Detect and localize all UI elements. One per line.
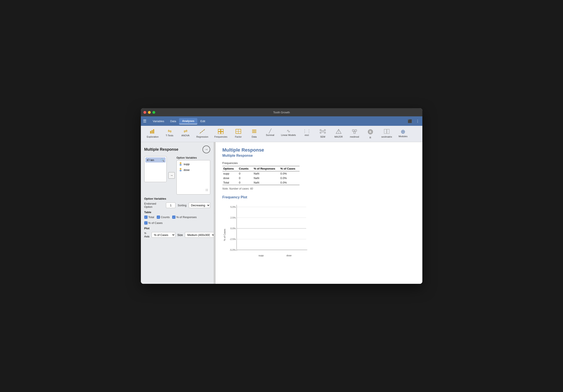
endorsed-option-row: Endorsed Option Sorting Decreasing Incre… bbox=[144, 202, 210, 208]
toolbar-esci[interactable]: ⋮⋮ esci bbox=[299, 127, 314, 140]
menu-data[interactable]: Data bbox=[167, 118, 179, 124]
menu-bar: ☰ Variables Data Analyses Edit ⬛ ⋮ bbox=[141, 116, 422, 126]
sem-label: SEM bbox=[320, 136, 325, 138]
cell-total-pct-responses: NaN bbox=[253, 180, 279, 185]
toolbar-medmod[interactable]: medmod bbox=[347, 127, 362, 140]
linearmodels-icon: ∿ bbox=[287, 129, 290, 133]
svg-rect-30 bbox=[384, 129, 386, 134]
svg-point-32 bbox=[180, 162, 181, 164]
factor-icon bbox=[235, 129, 241, 135]
frequencies-icon bbox=[218, 129, 224, 135]
toolbar-major[interactable]: MAJOR bbox=[331, 127, 346, 140]
svg-point-19 bbox=[324, 129, 326, 131]
chart-svg: % of Cases 5.0% 2.5% 0.0% -2 bbox=[222, 203, 317, 263]
tag-icon: 🏷 bbox=[147, 158, 150, 162]
cell-dose-counts: 0 bbox=[238, 176, 253, 180]
toolbar-exploration[interactable]: Exploration bbox=[144, 127, 161, 140]
modules-label: Modules bbox=[398, 135, 408, 138]
var-name-label: len bbox=[151, 158, 154, 162]
presentation-icon[interactable]: ⬛ bbox=[407, 118, 413, 124]
toolbar-sem[interactable]: SEM bbox=[315, 127, 330, 140]
svg-point-36 bbox=[206, 189, 206, 190]
data-label: Data bbox=[252, 136, 256, 138]
svg-rect-9 bbox=[218, 132, 220, 134]
checkbox-total[interactable]: ✓ Total bbox=[144, 215, 154, 219]
endorsed-option-input[interactable] bbox=[166, 202, 175, 208]
svg-point-6 bbox=[204, 130, 205, 130]
checkbox-counts[interactable]: ✓ Counts bbox=[157, 215, 170, 219]
yaxis-select[interactable]: % of Cases % of Responses Counts bbox=[152, 232, 175, 238]
checkbox-pct-responses[interactable]: ✓ % of Responses bbox=[172, 215, 197, 219]
toolbar-anova[interactable]: ⇌ ANOVA bbox=[178, 127, 193, 140]
table-section: Table ✓ Total ✓ Counts ✓ % of Responses bbox=[144, 211, 210, 225]
option-variables-section: Option Variables Endorsed Option Sorting… bbox=[144, 197, 210, 208]
sorting-select[interactable]: Decreasing Increasing None bbox=[189, 202, 210, 208]
resize-handle[interactable]: ··· bbox=[214, 142, 216, 284]
menu-edit[interactable]: Edit bbox=[197, 118, 208, 124]
dose-icon bbox=[179, 168, 182, 172]
more-options-icon[interactable]: ⋮ bbox=[415, 118, 420, 124]
frequencies-section-title: Frequencies bbox=[222, 162, 415, 165]
toolbar-linearmodels[interactable]: ∿ Linear Models bbox=[279, 127, 298, 140]
col-counts: Counts bbox=[238, 166, 253, 171]
ytick-5pct: 5.0% bbox=[230, 206, 236, 208]
toolbar-seolmatrix[interactable]: seolmatrix bbox=[379, 127, 395, 140]
close-button[interactable] bbox=[143, 111, 146, 114]
cell-total-options: Total bbox=[222, 180, 238, 185]
svg-rect-16 bbox=[252, 132, 256, 133]
ytick-0pct: 0.0% bbox=[230, 227, 236, 230]
toolbar-frequencies[interactable]: Frequencies bbox=[212, 127, 230, 140]
toolbar-modules[interactable]: ⊕ Modules bbox=[396, 127, 410, 140]
checkbox-pct-responses-check: ✓ bbox=[172, 215, 175, 219]
checkbox-total-check: ✓ bbox=[144, 215, 148, 219]
exploration-icon bbox=[150, 129, 156, 135]
goto-button[interactable]: → bbox=[203, 146, 210, 153]
svg-rect-10 bbox=[221, 132, 223, 134]
data-icon bbox=[251, 129, 257, 135]
toolbar-ttests[interactable]: ⇋ T-Tests bbox=[162, 127, 177, 140]
seolmatrix-label: seolmatrix bbox=[381, 136, 392, 138]
maximize-button[interactable] bbox=[153, 111, 155, 114]
toolbar-factor[interactable]: Factor bbox=[231, 127, 246, 140]
option-var-dose[interactable]: dose bbox=[178, 167, 209, 173]
cell-total-pct-cases: 0.0% bbox=[280, 180, 300, 185]
linearmodels-label: Linear Models bbox=[281, 134, 296, 136]
toolbar-r[interactable]: R R bbox=[363, 127, 378, 140]
col-pct-cases: % of Cases bbox=[280, 166, 300, 171]
size-select[interactable]: Medium (400x300) Small (200x150) Large (… bbox=[185, 232, 214, 238]
transfer-button[interactable]: → bbox=[168, 172, 175, 179]
transfer-arrow-icon: → bbox=[170, 174, 173, 177]
cell-supp-options: supp bbox=[222, 171, 238, 176]
plot-section-title: Plot bbox=[144, 227, 210, 230]
table-row-supp: supp 0 NaN 0.0% bbox=[222, 171, 300, 176]
checkbox-pct-cases[interactable]: ✓ % of Cases bbox=[144, 221, 163, 225]
modules-icon: ⊕ bbox=[401, 129, 405, 134]
table-checkboxes-row: ✓ Total ✓ Counts ✓ % of Responses ✓ % of… bbox=[144, 215, 210, 225]
esci-label: esci bbox=[305, 134, 309, 136]
var-list-header: 🏷 len 🔍 bbox=[145, 157, 166, 163]
frequency-table: Options Counts % of Responses % of Cases… bbox=[222, 166, 300, 185]
minimize-button[interactable] bbox=[148, 111, 151, 114]
svg-point-34 bbox=[180, 168, 181, 170]
dose-label: dose bbox=[184, 168, 190, 172]
toolbar-data[interactable]: Data bbox=[247, 127, 262, 140]
menu-variables[interactable]: Variables bbox=[150, 118, 167, 124]
svg-point-39 bbox=[207, 190, 208, 191]
search-icon[interactable]: 🔍 bbox=[161, 158, 164, 162]
note-content: Number of cases: 60 bbox=[229, 187, 253, 190]
option-var-supp[interactable]: supp bbox=[178, 161, 209, 167]
right-panel: Multiple Response Multiple Response Freq… bbox=[216, 142, 422, 284]
medmod-icon bbox=[351, 129, 358, 135]
note-text: Note. Number of cases: 60 bbox=[222, 187, 415, 190]
menu-analyses[interactable]: Analyses bbox=[179, 118, 197, 124]
hamburger-menu[interactable]: ☰ bbox=[143, 119, 146, 124]
endorsed-option-label: Endorsed Option bbox=[144, 202, 164, 208]
svg-point-33 bbox=[179, 164, 182, 165]
checkbox-pct-cases-label: % of Cases bbox=[148, 221, 163, 225]
y-axis-label: % of Cases bbox=[223, 229, 226, 241]
svg-point-4 bbox=[200, 132, 201, 133]
toolbar-regression[interactable]: Regression bbox=[194, 127, 211, 140]
svg-rect-26 bbox=[355, 130, 357, 131]
toolbar-survival[interactable]: ╱ Survival bbox=[263, 127, 278, 140]
col-pct-responses: % of Responses bbox=[253, 166, 279, 171]
